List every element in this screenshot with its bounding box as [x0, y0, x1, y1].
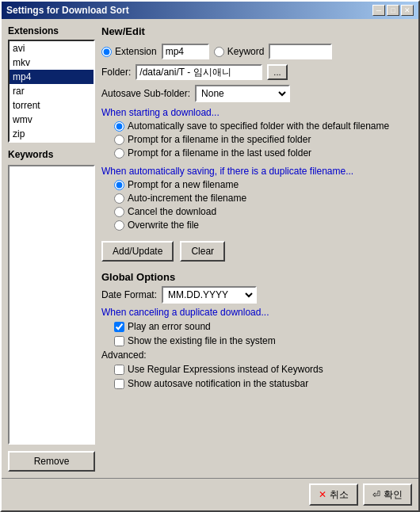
autosave-notif-checkbox-label[interactable]: Show autosave notification in the status… — [114, 378, 412, 389]
extensions-list[interactable]: avi mkv mp4 rar torrent wmv zip — [8, 40, 95, 143]
download-radio-group: Automatically save to specified folder w… — [114, 120, 412, 159]
play-error-checkbox-label[interactable]: Play an error sound — [114, 321, 412, 332]
auto-save-radio-label[interactable]: Automatically save to specified folder w… — [114, 120, 412, 132]
auto-save-label: Automatically save to specified folder w… — [128, 120, 389, 132]
add-update-button[interactable]: Add/Update — [101, 241, 174, 262]
main-content: Extensions avi mkv mp4 rar torrent wmv z… — [2, 19, 418, 478]
autosave-select[interactable]: None — [195, 85, 290, 102]
extension-radio-label[interactable]: Extension — [101, 46, 157, 57]
show-existing-checkbox-label[interactable]: Show the existing file in the system — [114, 335, 412, 346]
settings-window: Settings for Download Sort ─ □ ✕ Extensi… — [0, 0, 420, 512]
keyword-input[interactable] — [269, 44, 332, 59]
autosave-label: Autosave Sub-folder: — [101, 88, 190, 99]
prompt-specified-label: Prompt for a filename in the specified f… — [128, 134, 311, 145]
list-item[interactable]: mkv — [10, 55, 94, 70]
auto-increment-label: Auto-increment the filename — [128, 193, 246, 204]
prompt-specified-radio-label[interactable]: Prompt for a filename in the specified f… — [114, 134, 412, 145]
browse-button[interactable]: ... — [267, 64, 287, 80]
bottom-bar: ✕ 취소 ⏎ 확인 — [2, 478, 418, 510]
when-download-section: When starting a download... Automaticall… — [101, 107, 412, 161]
when-duplicate-section: When automatically saving, if there is a… — [101, 166, 412, 233]
when-download-label: When starting a download... — [101, 107, 412, 118]
auto-increment-radio[interactable] — [114, 193, 124, 204]
cancel-button[interactable]: ✕ 취소 — [309, 483, 358, 506]
list-item[interactable]: wmv — [10, 113, 94, 127]
overwrite-label: Overwrite the file — [128, 220, 199, 231]
list-item[interactable]: torrent — [10, 98, 94, 113]
ok-label: 확인 — [384, 488, 403, 502]
list-item-selected[interactable]: mp4 — [10, 70, 94, 84]
duplicate-radio-group: Prompt for a new filename Auto-increment… — [114, 179, 412, 231]
list-item[interactable]: rar — [10, 84, 94, 98]
list-item[interactable]: avi — [10, 41, 94, 55]
keyword-radio[interactable] — [214, 47, 224, 57]
folder-label: Folder: — [101, 67, 131, 78]
cancel-download-radio-label[interactable]: Cancel the download — [114, 206, 412, 217]
folder-row: Folder: ... — [101, 64, 412, 80]
extensions-label: Extensions — [8, 25, 95, 36]
autosave-row: Autosave Sub-folder: None — [101, 85, 412, 102]
global-options-section: Global Options Date Format: MM.DD.YYYY W… — [101, 269, 412, 389]
close-button[interactable]: ✕ — [401, 5, 414, 16]
titlebar-buttons: ─ □ ✕ — [372, 5, 414, 16]
titlebar: Settings for Download Sort ─ □ ✕ — [2, 2, 418, 19]
minimize-button[interactable]: ─ — [372, 5, 385, 16]
cancel-download-label: Cancel the download — [128, 206, 216, 217]
cancel-icon: ✕ — [319, 489, 326, 500]
play-error-label: Play an error sound — [128, 321, 211, 332]
regex-label: Use Regular Expressions instead of Keywo… — [128, 364, 323, 375]
action-buttons: Add/Update Clear — [101, 241, 412, 262]
right-panel: New/Edit Extension Keyword Folder: ... — [101, 25, 412, 472]
ok-button[interactable]: ⏎ 확인 — [363, 483, 412, 506]
prompt-last-label: Prompt for a filename in the last used f… — [128, 147, 311, 159]
prompt-last-radio-label[interactable]: Prompt for a filename in the last used f… — [114, 147, 412, 159]
cancel-download-radio[interactable] — [114, 207, 124, 217]
extension-row: Extension Keyword — [101, 44, 412, 59]
date-format-label: Date Format: — [101, 289, 157, 300]
cancel-label: 취소 — [330, 488, 349, 502]
date-format-select[interactable]: MM.DD.YYYY — [162, 286, 257, 304]
keyword-label: Keyword — [227, 46, 265, 57]
when-duplicate-label: When automatically saving, if there is a… — [101, 166, 412, 177]
remove-button[interactable]: Remove — [8, 451, 95, 472]
overwrite-radio-label[interactable]: Overwrite the file — [114, 220, 412, 231]
new-edit-title: New/Edit — [101, 25, 412, 37]
left-panel: Extensions avi mkv mp4 rar torrent wmv z… — [8, 25, 95, 472]
prompt-new-radio-label[interactable]: Prompt for a new filename — [114, 179, 412, 190]
regex-checkbox-label[interactable]: Use Regular Expressions instead of Keywo… — [114, 364, 412, 375]
autosave-notif-label: Show autosave notification in the status… — [128, 378, 308, 389]
play-error-checkbox[interactable] — [114, 322, 124, 332]
auto-increment-radio-label[interactable]: Auto-increment the filename — [114, 193, 412, 204]
extension-label: Extension — [115, 46, 157, 57]
autosave-notif-checkbox[interactable] — [114, 379, 124, 389]
prompt-specified-radio[interactable] — [114, 135, 124, 145]
overwrite-radio[interactable] — [114, 220, 124, 231]
global-options-title: Global Options — [101, 271, 412, 283]
keywords-label: Keywords — [8, 149, 95, 160]
list-item[interactable]: zip — [10, 127, 94, 141]
advanced-label: Advanced: — [101, 350, 412, 361]
show-existing-label: Show the existing file in the system — [128, 335, 276, 346]
prompt-new-label: Prompt for a new filename — [128, 179, 239, 190]
extension-input[interactable] — [162, 44, 209, 59]
clear-button[interactable]: Clear — [180, 241, 225, 262]
date-format-row: Date Format: MM.DD.YYYY — [101, 286, 412, 304]
extension-radio[interactable] — [101, 47, 112, 57]
keyword-radio-label[interactable]: Keyword — [214, 46, 265, 57]
maximize-button[interactable]: □ — [387, 5, 399, 16]
show-existing-checkbox[interactable] — [114, 336, 124, 346]
keywords-list[interactable] — [8, 165, 95, 445]
auto-save-radio[interactable] — [114, 121, 124, 132]
window-title: Settings for Download Sort — [6, 5, 129, 16]
prompt-new-radio[interactable] — [114, 180, 124, 190]
prompt-last-radio[interactable] — [114, 148, 124, 159]
folder-input[interactable] — [136, 64, 262, 80]
regex-checkbox[interactable] — [114, 365, 124, 375]
when-canceling-label: When canceling a duplicate download... — [101, 307, 412, 318]
ok-icon: ⏎ — [372, 489, 380, 500]
